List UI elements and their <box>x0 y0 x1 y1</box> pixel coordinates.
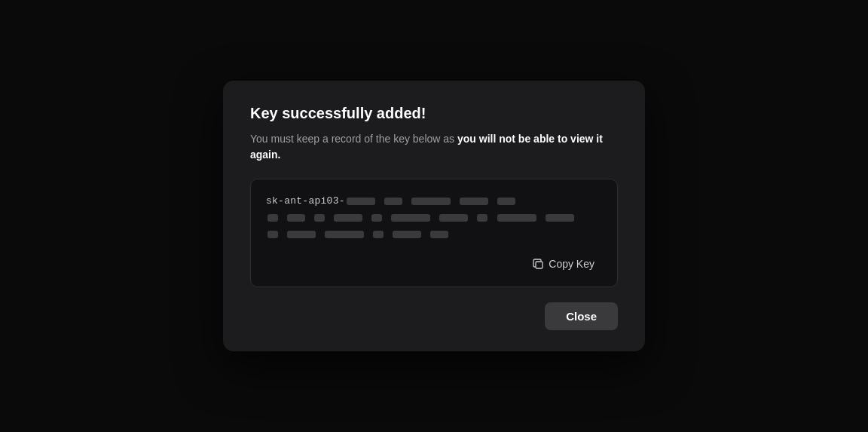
redacted-block <box>325 231 364 238</box>
redacted-block <box>411 198 451 205</box>
redacted-block <box>497 214 536 222</box>
redacted-block <box>497 198 515 205</box>
copy-icon <box>533 259 544 270</box>
redacted-block <box>384 198 402 205</box>
modal-description: You must keep a record of the key below … <box>250 131 618 164</box>
api-key-text: sk-ant-api03- <box>266 193 602 243</box>
modal-title: Key successfully added! <box>250 105 618 122</box>
redacted-block <box>391 214 430 222</box>
redacted-block <box>334 214 362 222</box>
redacted-block <box>373 231 384 238</box>
redacted-block <box>287 231 316 238</box>
redacted-block <box>371 214 382 222</box>
redacted-block <box>267 214 278 222</box>
redacted-block <box>287 214 305 222</box>
modal-footer: Close <box>250 302 618 330</box>
redacted-block <box>267 231 278 238</box>
copy-key-row: Copy Key <box>266 253 602 274</box>
copy-key-label: Copy Key <box>549 258 594 270</box>
redacted-block <box>347 198 375 205</box>
redacted-block <box>546 214 574 222</box>
description-text-plain: You must keep a record of the key below … <box>250 133 457 145</box>
success-modal: Key successfully added! You must keep a … <box>223 81 645 352</box>
svg-rect-0 <box>536 262 542 268</box>
redacted-block <box>460 198 488 205</box>
redacted-block <box>439 214 468 222</box>
close-button[interactable]: Close <box>545 302 618 330</box>
redacted-block <box>314 214 325 222</box>
api-key-box: sk-ant-api03- <box>250 179 618 287</box>
redacted-block <box>393 231 421 238</box>
key-prefix: sk-ant-api03- <box>266 195 345 207</box>
copy-key-button[interactable]: Copy Key <box>525 253 602 274</box>
redacted-block <box>477 214 487 222</box>
redacted-block <box>430 231 448 238</box>
